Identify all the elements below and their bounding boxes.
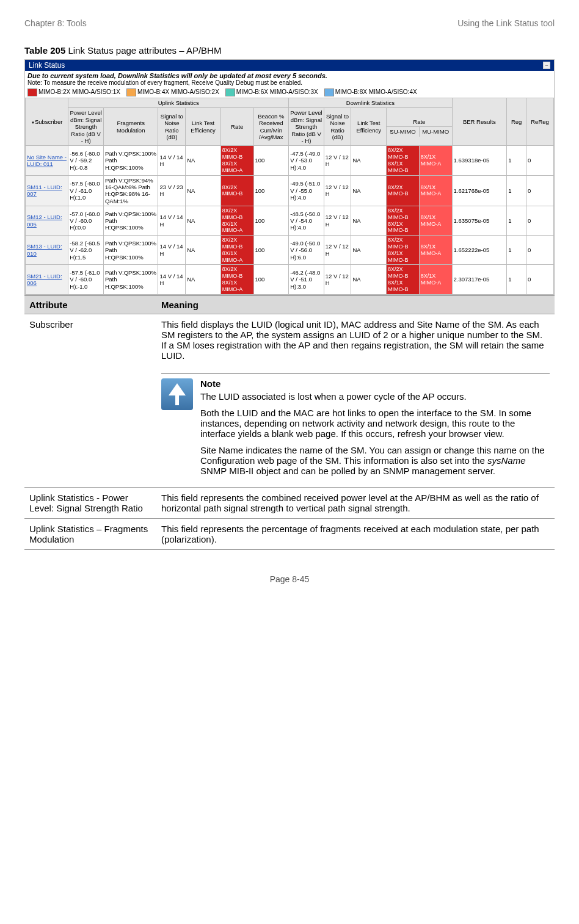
cell-ul-frag: Path V:QPSK:100% Path H:QPSK:100% — [103, 236, 158, 265]
subscriber-link[interactable]: SM12 - LUID: 005 — [27, 214, 62, 227]
attr-meaning: This field represents the combined recei… — [156, 487, 555, 518]
subscriber-link[interactable]: No Site Name - LUID: 011 — [27, 154, 67, 167]
cell-dl-power: -49.5 (-51.0 V / -55.0 H):4.0 — [289, 175, 324, 206]
cell-ul-snr: 14 V / 14 H — [158, 206, 186, 236]
cell-ul-snr: 14 V / 14 H — [158, 146, 186, 175]
table-caption: Table 205 Link Status page attributes – … — [24, 45, 555, 56]
cell-ber: 2.307317e-05 — [452, 265, 507, 294]
cell-ul-beacon: 100 — [253, 146, 289, 175]
subscriber-link[interactable]: SM13 - LUID: 010 — [27, 243, 62, 256]
col-subscriber[interactable]: ▼Subscriber — [26, 98, 68, 146]
note-title: Note — [200, 378, 550, 389]
link-status-table: ▼Subscriber Uplink Statistics Downlink S… — [25, 98, 554, 295]
col-dl-rate: Rate SU-MIMO MU-MIMO — [387, 108, 453, 146]
cell-ber: 1.635075e-05 — [452, 206, 507, 236]
col-ul-lte: Link Test Efficiency — [186, 108, 221, 146]
cell-reg: 1 — [507, 206, 526, 236]
cell-ul-beacon: 100 — [253, 265, 289, 294]
attr-name: Uplink Statistics – Fragments Modulation — [24, 518, 156, 549]
cell-ber: 1.621768e-05 — [452, 175, 507, 206]
cell-dl-snr: 12 V / 12 H — [324, 236, 351, 265]
legend-swatch — [126, 88, 136, 96]
cell-dl-lte: NA — [351, 175, 387, 206]
cell-ul-power: -57.5 (-60.0 V / -61.0 H):1.0 — [68, 175, 104, 206]
cell-ul-lte: NA — [186, 146, 221, 175]
cell-dl-rate-su: 8X/2X MIMO-B 8X/1X MIMO-B — [387, 206, 420, 236]
cell-ul-beacon: 100 — [253, 175, 289, 206]
cell-dl-snr: 12 V / 12 H — [324, 206, 351, 236]
cell-ul-beacon: 100 — [253, 236, 289, 265]
link-status-panel: Link Status – Due to current system load… — [24, 59, 555, 295]
cell-dl-rate-su: 8X/2X MIMO-B 8X/1X MIMO-B — [387, 146, 420, 175]
cell-dl-rate-mu: 8X/1X MIMO-A — [419, 265, 452, 294]
note-paragraph: The LUID associated is lost when a power… — [200, 391, 550, 402]
col-dl-lte: Link Test Efficiency — [351, 108, 387, 146]
cell-ul-lte: NA — [186, 265, 221, 294]
cell-ul-frag: Path V:QPSK:100% Path H:QPSK:100% — [103, 206, 158, 236]
subscriber-link[interactable]: SM21 - LUID: 006 — [27, 273, 62, 286]
panel-note: Note: To measure the receive modulation … — [25, 79, 554, 87]
cell-rereg: 0 — [526, 265, 554, 294]
legend-label: MIMO-B:8X MIMO-A/SISO:4X — [335, 88, 417, 95]
note-paragraph: Both the LUID and the MAC are hot links … — [200, 408, 550, 439]
legend-label: MIMO-B:2X MIMO-A/SISO:1X — [38, 88, 120, 95]
cell-ul-frag: Path V:QPSK:100% Path H:QPSK:100% — [103, 146, 158, 175]
attributes-table: Attribute Meaning Subscriber This field … — [24, 295, 555, 550]
note-paragraph: Site Name indicates the name of the SM. … — [200, 445, 550, 476]
attr-meaning: This field represents the percentage of … — [156, 518, 555, 549]
col-ul-power: Power Level dBm: Signal Strength Ratio (… — [68, 108, 104, 146]
cell-ul-rate: 8X/2X MIMO-B 8X/1X MIMO-A — [220, 206, 253, 236]
table-row: SM13 - LUID: 010-58.2 (-60.5 V / -62.0 H… — [26, 236, 554, 265]
table-row: No Site Name - LUID: 011-56.6 (-60.0 V /… — [26, 146, 554, 175]
col-dl-snr: Signal to Noise Ratio (dB) — [324, 108, 351, 146]
cell-ul-frag: Path V:QPSK:100% Path H:QPSK:100% — [103, 265, 158, 294]
panel-collapse-icon[interactable]: – — [543, 62, 550, 69]
cell-dl-power: -48.5 (-50.0 V / -54.0 H):4.0 — [289, 206, 324, 236]
cell-dl-snr: 12 V / 12 H — [324, 175, 351, 206]
modulation-legend: MIMO-B:2X MIMO-A/SISO:1X MIMO-B:4X MIMO-… — [25, 87, 554, 98]
cell-ul-power: -58.2 (-60.5 V / -62.0 H):1.5 — [68, 236, 104, 265]
attr-name: Uplink Statistics - Power Level: Signal … — [24, 487, 156, 518]
cell-ul-power: -56.6 (-60.0 V / -59.2 H):-0.8 — [68, 146, 104, 175]
table-row: SM12 - LUID: 005-57.0 (-60.0 V / -60.0 H… — [26, 206, 554, 236]
cell-dl-rate-su: 8X/2X MIMO-B 8X/1X MIMO-B — [387, 236, 420, 265]
cell-ul-beacon: 100 — [253, 206, 289, 236]
table-row: SM21 - LUID: 006-57.5 (-61.0 V / -60.0 H… — [26, 265, 554, 294]
group-downlink: Downlink Statistics — [289, 98, 452, 108]
attrs-header-attribute: Attribute — [24, 295, 156, 314]
note-block: Note The LUID associated is lost when a … — [161, 373, 550, 482]
cell-dl-rate-su: 8X/2X MIMO-B — [387, 175, 420, 206]
cell-dl-lte: NA — [351, 265, 387, 294]
cell-rereg: 0 — [526, 175, 554, 206]
cell-dl-snr: 12 V / 12 H — [324, 265, 351, 294]
subscriber-link[interactable]: SM11 - LUID: 007 — [27, 184, 62, 197]
col-ber: BER Results — [452, 98, 507, 146]
col-dl-power: Power Level dBm: Signal Strength Ratio (… — [289, 108, 324, 146]
legend-label: MIMO-B:6X MIMO-A/SISO:3X — [236, 88, 318, 95]
table-row: SM11 - LUID: 007-57.5 (-60.0 V / -61.0 H… — [26, 175, 554, 206]
panel-warning: Due to current system load, Downlink Sta… — [25, 71, 554, 79]
attr-text: This field displays the LUID (logical un… — [161, 319, 550, 361]
cell-dl-power: -47.5 (-49.0 V / -53.0 H):4.0 — [289, 146, 324, 175]
cell-dl-power: -46.2 (-48.0 V / -51.0 H):3.0 — [289, 265, 324, 294]
panel-title: Link Status — [29, 61, 65, 70]
cell-reg: 1 — [507, 236, 526, 265]
cell-dl-lte: NA — [351, 236, 387, 265]
cell-ber: 1.639318e-05 — [452, 146, 507, 175]
cell-ul-rate: 8X/2X MIMO-B 8X/1X MIMO-A — [220, 146, 253, 175]
cell-dl-rate-mu: 8X/1X MIMO-A — [419, 175, 452, 206]
note-icon — [161, 378, 193, 410]
cell-ul-lte: NA — [186, 206, 221, 236]
attrs-header-meaning: Meaning — [156, 295, 555, 314]
cell-reg: 1 — [507, 265, 526, 294]
col-ul-snr: Signal to Noise Ratio (dB) — [158, 108, 186, 146]
col-ul-rate: Rate — [220, 108, 253, 146]
cell-rereg: 0 — [526, 146, 554, 175]
cell-ul-snr: 23 V / 23 H — [158, 175, 186, 206]
legend-swatch — [225, 88, 235, 96]
cell-rereg: 0 — [526, 206, 554, 236]
col-ul-frag: Fragments Modulation — [103, 108, 158, 146]
cell-dl-rate-su: 8X/2X MIMO-B 8X/1X MIMO-B — [387, 265, 420, 294]
attr-meaning: This field displays the LUID (logical un… — [156, 314, 555, 487]
cell-dl-lte: NA — [351, 146, 387, 175]
